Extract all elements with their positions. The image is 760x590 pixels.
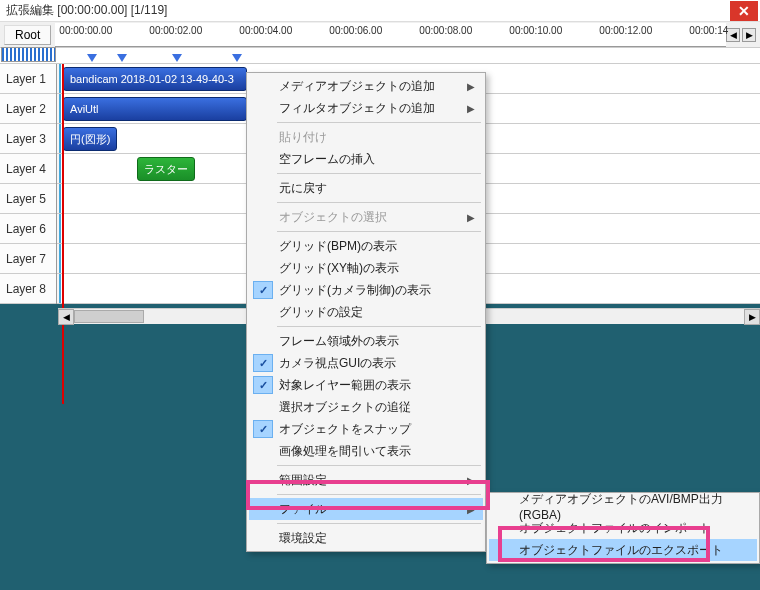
chevron-right-icon: ▶ (467, 504, 475, 515)
scroll-thumb[interactable] (74, 310, 144, 323)
root-button[interactable]: Root (4, 25, 51, 45)
marker-icon[interactable] (117, 54, 127, 62)
marker-icon[interactable] (87, 54, 97, 62)
chevron-right-icon: ▶ (467, 212, 475, 223)
chevron-right-icon: ▶ (467, 475, 475, 486)
menu-select-obj[interactable]: オブジェクトの選択▶ (249, 206, 483, 228)
check-icon: ✓ (253, 376, 273, 394)
menu-separator (277, 465, 481, 466)
menu-separator (277, 494, 481, 495)
tick: 00:00:08.00 (419, 25, 472, 36)
scroll-right-icon[interactable]: ▶ (744, 309, 760, 325)
layer-label[interactable]: Layer 6 (0, 214, 56, 244)
menu-grid-settings[interactable]: グリッドの設定 (249, 301, 483, 323)
layer-label[interactable]: Layer 8 (0, 274, 56, 304)
menu-add-filter[interactable]: フィルタオブジェクトの追加▶ (249, 97, 483, 119)
menu-export[interactable]: オブジェクトファイルのエクスポート (489, 539, 757, 561)
check-icon: ✓ (253, 420, 273, 438)
menu-follow-sel[interactable]: 選択オブジェクトの追従 (249, 396, 483, 418)
ruler-strip-icon (1, 47, 56, 62)
menu-range-set[interactable]: 範囲設定▶ (249, 469, 483, 491)
menu-import[interactable]: オブジェクトファイルのインポート (489, 517, 757, 539)
tick: 00:00:06.00 (329, 25, 382, 36)
menu-avi-bmp[interactable]: メディアオブジェクトのAVI/BMP出力(RGBA) (489, 495, 757, 517)
check-icon: ✓ (253, 281, 273, 299)
close-button[interactable]: ✕ (730, 1, 758, 21)
menu-grid-xy[interactable]: グリッド(XY軸)の表示 (249, 257, 483, 279)
layer-label[interactable]: Layer 3 (0, 124, 56, 154)
menu-camera-gui[interactable]: ✓カメラ視点GUIの表示 (249, 352, 483, 374)
scroll-left-icon[interactable]: ◀ (58, 309, 74, 325)
file-submenu: メディアオブジェクトのAVI/BMP出力(RGBA) オブジェクトファイルのイン… (486, 492, 760, 564)
menu-separator (277, 326, 481, 327)
titlebar: 拡張編集 [00:00:00.00] [1/119] ✕ (0, 0, 760, 22)
layer-label[interactable]: Layer 5 (0, 184, 56, 214)
context-menu: メディアオブジェクトの追加▶ フィルタオブジェクトの追加▶ 貼り付け 空フレーム… (246, 72, 486, 552)
toolbar: Root 00:00:00.00 00:00:02.00 00:00:04.00… (0, 22, 760, 48)
menu-separator (277, 202, 481, 203)
layer-label[interactable]: Layer 4 (0, 154, 56, 184)
tick: 00:00:00.00 (59, 25, 112, 36)
clip-filter[interactable]: ラスター (137, 157, 195, 181)
clip-shape[interactable]: 円(図形) (63, 127, 117, 151)
playhead[interactable] (62, 64, 64, 404)
marker-icon[interactable] (232, 54, 242, 62)
menu-separator (277, 523, 481, 524)
menu-frame-out[interactable]: フレーム領域外の表示 (249, 330, 483, 352)
marker-icon[interactable] (172, 54, 182, 62)
chevron-right-icon: ▶ (467, 103, 475, 114)
layer-label[interactable]: Layer 1 (0, 64, 56, 94)
menu-snap[interactable]: ✓オブジェクトをスナップ (249, 418, 483, 440)
menu-file[interactable]: ファイル▶ (249, 498, 483, 520)
timeline-ruler[interactable]: 00:00:00.00 00:00:02.00 00:00:04.00 00:0… (55, 23, 726, 47)
nav-next[interactable]: ▶ (742, 28, 756, 42)
menu-separator (277, 231, 481, 232)
layer-labels: Layer 1 Layer 2 Layer 3 Layer 4 Layer 5 … (0, 64, 57, 304)
menu-separator (277, 122, 481, 123)
tick: 00:00:12.00 (599, 25, 652, 36)
menu-layer-range[interactable]: ✓対象レイヤー範囲の表示 (249, 374, 483, 396)
menu-insert-empty[interactable]: 空フレームの挿入 (249, 148, 483, 170)
menu-thin-image[interactable]: 画像処理を間引いて表示 (249, 440, 483, 462)
menu-add-media[interactable]: メディアオブジェクトの追加▶ (249, 75, 483, 97)
menu-grid-bpm[interactable]: グリッド(BPM)の表示 (249, 235, 483, 257)
chevron-right-icon: ▶ (467, 81, 475, 92)
menu-grid-cam[interactable]: ✓グリッド(カメラ制御)の表示 (249, 279, 483, 301)
layer-label[interactable]: Layer 2 (0, 94, 56, 124)
menu-env[interactable]: 環境設定 (249, 527, 483, 549)
tick: 00:00:14 (689, 25, 728, 36)
clip-media[interactable]: bandicam 2018-01-02 13-49-40-3 (63, 67, 247, 91)
check-icon: ✓ (253, 354, 273, 372)
tick: 00:00:10.00 (509, 25, 562, 36)
tick: 00:00:04.00 (239, 25, 292, 36)
menu-undo[interactable]: 元に戻す (249, 177, 483, 199)
layer-label[interactable]: Layer 7 (0, 244, 56, 274)
menu-paste[interactable]: 貼り付け (249, 126, 483, 148)
tick: 00:00:02.00 (149, 25, 202, 36)
window-title: 拡張編集 [00:00:00.00] [1/119] (6, 2, 730, 19)
menu-separator (277, 173, 481, 174)
clip-media[interactable]: AviUtl (63, 97, 247, 121)
